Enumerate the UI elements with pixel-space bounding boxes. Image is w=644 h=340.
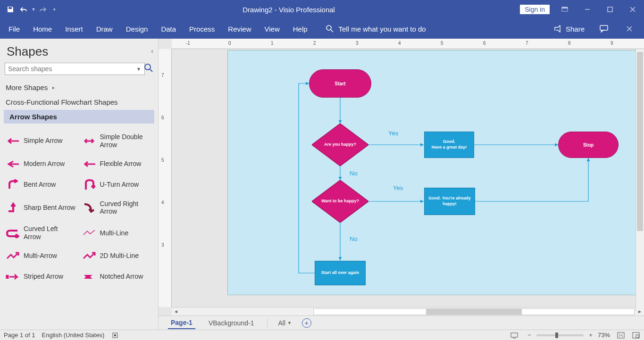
tab-view[interactable]: View (264, 25, 279, 33)
simple-arrow-icon (6, 135, 20, 147)
node-decision-want-happy[interactable]: Want to be happy? (312, 180, 368, 223)
shape-simple-double-arrow[interactable]: Simple Double Arrow (80, 129, 155, 153)
shape-curved-left-arrow[interactable]: Curved Left Arrow (4, 221, 78, 245)
scrollbar-thumb[interactable] (637, 52, 643, 231)
shapes-pane: Shapes ‹ ▼ More Shapes ▸ Cross-Functiona… (0, 39, 159, 330)
multi-line-icon (82, 227, 96, 239)
qat-customize-icon[interactable]: ▾ (51, 4, 58, 15)
multi-arrow-icon (6, 250, 20, 262)
share-button[interactable]: Share (553, 25, 585, 33)
fit-to-window-icon[interactable] (617, 331, 625, 340)
uturn-arrow-icon (82, 179, 96, 191)
ribbon-tabs: File Home Insert Draw Design Data Proces… (0, 19, 644, 39)
chevron-down-icon: ▼ (287, 321, 292, 325)
title-bar: ▼ ▾ Drawing2 - Visio Professional Sign i… (0, 0, 644, 19)
flexible-arrow-icon (82, 158, 96, 170)
striped-arrow-icon (6, 271, 20, 282)
tab-file[interactable]: File (8, 25, 20, 33)
shape-simple-arrow[interactable]: Simple Arrow (4, 129, 78, 153)
node-process-start-over[interactable]: Start all over again (315, 261, 366, 285)
ribbon-close-icon[interactable] (623, 26, 636, 32)
node-process-already-happy[interactable]: Good. You're alreadyhappy! (424, 188, 475, 215)
scroll-left-icon[interactable]: ◄ (172, 309, 180, 314)
node-start[interactable]: Start (309, 69, 371, 98)
tab-data[interactable]: Data (161, 25, 176, 33)
shape-flexible-arrow[interactable]: Flexible Arrow (80, 155, 155, 174)
node-decision-happy[interactable]: Are you happy? (312, 124, 368, 166)
more-shapes-button[interactable]: More Shapes ▸ (0, 80, 158, 95)
search-shapes-input[interactable] (5, 63, 145, 75)
tab-help[interactable]: Help (293, 25, 308, 33)
shape-modern-arrow[interactable]: Modern Arrow (4, 155, 78, 174)
window-title: Drawing2 - Visio Professional (58, 6, 520, 14)
tab-review[interactable]: Review (228, 25, 251, 33)
status-language[interactable]: English (United States) (42, 332, 105, 339)
close-icon[interactable] (621, 0, 644, 19)
tab-design[interactable]: Design (126, 25, 148, 33)
tab-home[interactable]: Home (33, 25, 52, 33)
svg-rect-18 (114, 334, 116, 336)
page-tab-all[interactable]: All ▼ (278, 319, 291, 327)
zoom-controls: − + 73% (525, 331, 610, 340)
shape-2d-multi-line[interactable]: 2D Multi-Line (80, 247, 155, 265)
svg-rect-1 (562, 7, 568, 8)
maximize-icon[interactable] (599, 0, 621, 19)
sign-in-button[interactable]: Sign in (520, 5, 550, 14)
undo-icon[interactable] (18, 4, 29, 15)
zoom-out-icon[interactable]: − (525, 331, 534, 340)
vertical-ruler: 7 6 5 4 3 (159, 49, 172, 307)
horizontal-scrollbar[interactable]: ◄ ► (172, 307, 644, 315)
page-tab-1[interactable]: Page-1 (168, 317, 195, 329)
zoom-level[interactable]: 73% (598, 332, 610, 339)
tab-draw[interactable]: Draw (96, 25, 113, 33)
save-icon[interactable] (5, 4, 16, 15)
shape-label: 2D Multi-Line (100, 252, 139, 260)
shape-curved-right-arrow[interactable]: Curved Right Arrow (80, 196, 155, 220)
shape-label: Multi-Line (100, 229, 129, 237)
pan-zoom-window-icon[interactable] (632, 331, 640, 340)
window-controls (553, 0, 644, 19)
tab-process[interactable]: Process (189, 25, 215, 33)
curved-left-arrow-icon (6, 227, 20, 239)
page-tab-background[interactable]: VBackground-1 (206, 317, 257, 329)
shape-uturn-arrow[interactable]: U-Turn Arrow (80, 175, 155, 194)
stencil-crossfunctional[interactable]: Cross-Functional Flowchart Shapes (0, 95, 158, 109)
svg-rect-23 (636, 335, 639, 338)
stencil-arrow-shapes[interactable]: Arrow Shapes (4, 110, 154, 124)
search-icon[interactable] (144, 63, 153, 75)
shape-label: Simple Arrow (24, 137, 62, 145)
vertical-scrollbar[interactable] (636, 49, 644, 311)
presentation-mode-icon[interactable] (510, 331, 519, 340)
more-shapes-label: More Shapes (6, 83, 48, 91)
zoom-in-icon[interactable]: + (586, 331, 595, 340)
scrollbar-track[interactable] (313, 308, 635, 315)
tell-me-search[interactable]: Tell me what you want to do (326, 25, 426, 33)
node-process-good-day[interactable]: Good.Have a great day! (424, 132, 474, 158)
zoom-slider[interactable] (536, 334, 584, 336)
svg-line-8 (150, 69, 152, 72)
shape-multi-line[interactable]: Multi-Line (80, 221, 155, 245)
search-icon (326, 25, 334, 33)
comments-icon[interactable] (598, 25, 610, 33)
canvas[interactable]: Start Are you happy? Want to be happy? G… (172, 49, 644, 307)
add-page-button[interactable]: + (302, 318, 311, 328)
redo-icon[interactable] (38, 4, 49, 15)
label-yes-1: Yes (388, 130, 398, 137)
shape-bent-arrow[interactable]: Bent Arrow (4, 175, 78, 194)
node-stop[interactable]: Stop (558, 132, 619, 158)
shape-multi-arrow[interactable]: Multi-Arrow (4, 247, 78, 265)
minimize-icon[interactable] (576, 0, 599, 19)
macro-recorder-icon[interactable] (111, 331, 119, 340)
shape-striped-arrow[interactable]: Striped Arrow (4, 267, 78, 286)
collapse-pane-icon[interactable]: ‹ (151, 47, 153, 55)
zoom-slider-knob[interactable] (555, 332, 558, 338)
ribbon-display-options-icon[interactable] (553, 0, 576, 19)
sharp-bent-arrow-icon (6, 202, 20, 213)
shape-sharp-bent-arrow[interactable]: Sharp Bent Arrow (4, 196, 78, 220)
scrollbar-thumb[interactable] (426, 309, 522, 315)
undo-dropdown-icon[interactable]: ▼ (31, 4, 36, 15)
shape-notched-arrow[interactable]: Notched Arrow (80, 267, 155, 286)
tab-insert[interactable]: Insert (65, 25, 83, 33)
drawing-page[interactable]: Start Are you happy? Want to be happy? G… (227, 50, 643, 295)
modern-arrow-icon (6, 158, 20, 170)
